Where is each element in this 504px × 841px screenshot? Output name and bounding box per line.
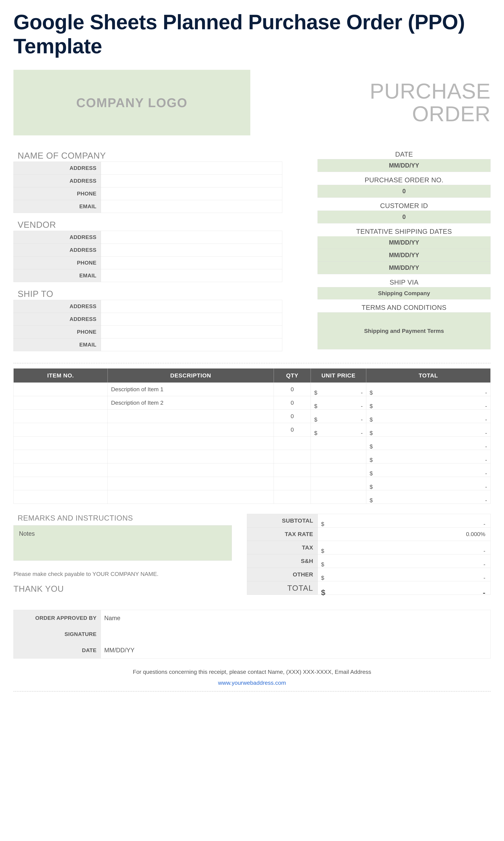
vendor-address1-label: ADDRESS xyxy=(14,231,101,244)
company-address1-label: ADDRESS xyxy=(14,162,101,175)
item-total-cell: $- xyxy=(366,463,490,477)
ship-via-field[interactable]: Shipping Company xyxy=(318,287,490,299)
item-no-cell[interactable] xyxy=(14,423,108,436)
shipto-address1-label: ADDRESS xyxy=(14,300,101,313)
vendor-phone-field[interactable] xyxy=(101,257,282,269)
item-description-cell[interactable]: Description of Item 2 xyxy=(108,396,274,410)
company-phone-field[interactable] xyxy=(101,187,282,200)
table-row: $- xyxy=(14,436,490,450)
item-unitprice-cell[interactable] xyxy=(311,463,366,477)
item-no-cell[interactable] xyxy=(14,450,108,463)
item-no-cell[interactable] xyxy=(14,410,108,423)
items-header-description: DESCRIPTION xyxy=(108,368,274,383)
item-total-cell: $- xyxy=(366,396,490,410)
vendor-address2-field[interactable] xyxy=(101,244,282,257)
ship-date-2-field[interactable]: MM/DD/YY xyxy=(318,249,490,261)
table-row: $- xyxy=(14,450,490,463)
shipto-phone-field[interactable] xyxy=(101,326,282,339)
company-address1-field[interactable] xyxy=(101,162,282,175)
vendor-email-label: EMAIL xyxy=(14,269,101,282)
vendor-phone-label: PHONE xyxy=(14,257,101,269)
item-unitprice-cell[interactable]: $- xyxy=(311,383,366,396)
customer-id-field[interactable]: 0 xyxy=(318,210,490,223)
grandtotal-value: $- xyxy=(318,581,490,595)
company-heading: NAME OF COMPANY xyxy=(18,151,282,161)
item-qty-cell[interactable]: 0 xyxy=(274,383,311,396)
shipto-email-field[interactable] xyxy=(101,339,282,351)
item-no-cell[interactable] xyxy=(14,490,108,504)
sh-value[interactable]: $- xyxy=(318,554,490,568)
notes-field[interactable]: Notes xyxy=(14,525,232,561)
table-row: $- xyxy=(14,490,490,504)
item-no-cell[interactable] xyxy=(14,396,108,410)
item-unitprice-cell[interactable] xyxy=(311,477,366,490)
other-value[interactable]: $- xyxy=(318,568,490,581)
signature-field[interactable] xyxy=(101,626,490,642)
item-qty-cell[interactable]: 0 xyxy=(274,423,311,436)
item-qty-cell[interactable]: 0 xyxy=(274,410,311,423)
divider-bottom xyxy=(14,691,490,691)
taxrate-label: TAX RATE xyxy=(247,528,318,541)
item-no-cell[interactable] xyxy=(14,383,108,396)
item-total-cell: $- xyxy=(366,383,490,396)
shipto-address1-field[interactable] xyxy=(101,300,282,313)
item-description-cell[interactable]: Description of Item 1 xyxy=(108,383,274,396)
ship-via-label: SHIP VIA xyxy=(318,278,490,286)
company-address2-field[interactable] xyxy=(101,175,282,187)
date-field[interactable]: MM/DD/YY xyxy=(318,159,490,172)
item-qty-cell[interactable] xyxy=(274,490,311,504)
item-total-cell: $- xyxy=(366,477,490,490)
subtotal-value: $- xyxy=(318,514,490,528)
item-qty-cell[interactable]: 0 xyxy=(274,396,311,410)
approvedby-field[interactable]: Name xyxy=(101,610,490,626)
item-unitprice-cell[interactable] xyxy=(311,436,366,450)
shipto-email-label: EMAIL xyxy=(14,339,101,351)
vendor-email-field[interactable] xyxy=(101,269,282,282)
table-row: $- xyxy=(14,463,490,477)
vendor-address1-field[interactable] xyxy=(101,231,282,244)
purchase-order-title: PURCHASE ORDER xyxy=(321,70,490,135)
item-description-cell[interactable] xyxy=(108,477,274,490)
item-unitprice-cell[interactable]: $- xyxy=(311,396,366,410)
item-qty-cell[interactable] xyxy=(274,450,311,463)
terms-group: TERMS AND CONDITIONS Shipping and Paymen… xyxy=(318,304,490,349)
item-unitprice-cell[interactable]: $- xyxy=(311,423,366,436)
taxrate-value[interactable]: 0.000% xyxy=(318,528,490,541)
item-description-cell[interactable] xyxy=(108,410,274,423)
item-description-cell[interactable] xyxy=(108,423,274,436)
tax-label: TAX xyxy=(247,541,318,554)
payable-text: Please make check payable to YOUR COMPAN… xyxy=(14,571,232,577)
approvedby-label: ORDER APPROVED BY xyxy=(14,610,101,626)
ship-date-1-field[interactable]: MM/DD/YY xyxy=(318,236,490,249)
item-unitprice-cell[interactable] xyxy=(311,490,366,504)
table-row: 0$-$- xyxy=(14,423,490,436)
item-no-cell[interactable] xyxy=(14,477,108,490)
item-qty-cell[interactable] xyxy=(274,463,311,477)
item-description-cell[interactable] xyxy=(108,450,274,463)
item-unitprice-cell[interactable]: $- xyxy=(311,410,366,423)
item-description-cell[interactable] xyxy=(108,490,274,504)
company-email-label: EMAIL xyxy=(14,200,101,213)
po-no-label: PURCHASE ORDER NO. xyxy=(318,176,490,184)
signature-label: SIGNATURE xyxy=(14,626,101,642)
terms-label: TERMS AND CONDITIONS xyxy=(318,304,490,311)
item-no-cell[interactable] xyxy=(14,463,108,477)
item-qty-cell[interactable] xyxy=(274,436,311,450)
item-unitprice-cell[interactable] xyxy=(311,450,366,463)
company-email-field[interactable] xyxy=(101,200,282,213)
approval-date-field[interactable]: MM/DD/YY xyxy=(101,642,490,658)
shipto-block: SHIP TO ADDRESS ADDRESS PHONE EMAIL xyxy=(14,289,282,351)
item-qty-cell[interactable] xyxy=(274,477,311,490)
footer-website-link[interactable]: www.yourwebaddress.com xyxy=(14,680,490,686)
vendor-block: VENDOR ADDRESS ADDRESS PHONE EMAIL xyxy=(14,220,282,282)
terms-field[interactable]: Shipping and Payment Terms xyxy=(318,312,490,349)
shipto-address2-field[interactable] xyxy=(101,313,282,326)
ship-date-3-field[interactable]: MM/DD/YY xyxy=(318,261,490,274)
po-no-field[interactable]: 0 xyxy=(318,185,490,198)
company-phone-label: PHONE xyxy=(14,187,101,200)
item-description-cell[interactable] xyxy=(108,463,274,477)
item-description-cell[interactable] xyxy=(108,436,274,450)
po-title-line1: PURCHASE xyxy=(321,80,490,102)
customer-id-group: CUSTOMER ID 0 xyxy=(318,202,490,223)
item-no-cell[interactable] xyxy=(14,436,108,450)
